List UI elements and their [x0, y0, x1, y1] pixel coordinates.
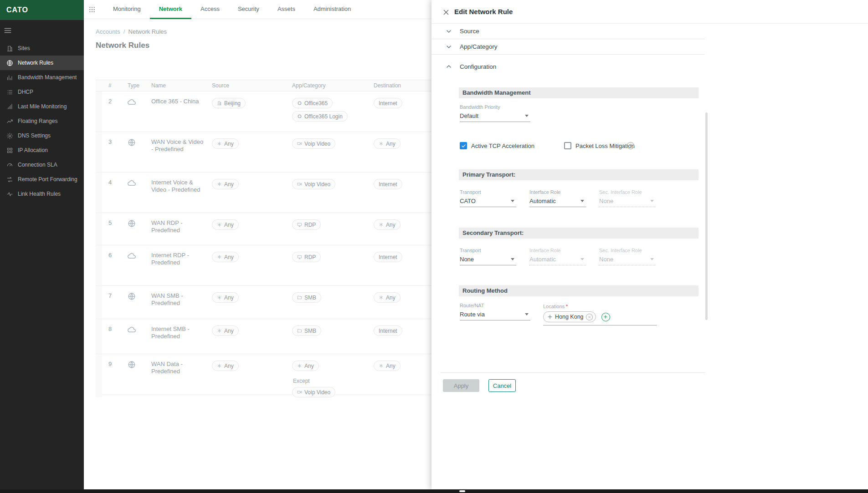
source-chip[interactable]: Any: [212, 179, 239, 189]
source-chip[interactable]: Beijing: [212, 98, 246, 108]
sidebar-item-last-mile-monitoring[interactable]: Last Mile Monitoring: [0, 99, 84, 114]
chip-label: Any: [386, 222, 395, 228]
table-row[interactable]: 3 WAN Voice & Video - Predefined Any Voi…: [96, 132, 435, 173]
cato-logo[interactable]: CATO: [0, 0, 84, 20]
source-chip[interactable]: Any: [212, 138, 239, 149]
primary-transport-header: Primary Transport:: [459, 169, 699, 180]
destination-chip[interactable]: Any: [374, 219, 401, 230]
sidebar-item-sites[interactable]: Sites: [0, 41, 84, 56]
app-chip[interactable]: Any: [292, 361, 319, 371]
location-chip-hong-kong[interactable]: Hong Kong: [543, 311, 596, 322]
help-icon[interactable]: ?: [627, 142, 634, 149]
tab-assets[interactable]: Assets: [268, 0, 304, 19]
app-chip[interactable]: Office365 Login: [292, 111, 348, 122]
table-row[interactable]: 7 WAN SMB - Predefined Any SMB Any: [96, 286, 435, 319]
primary-interface-role-select[interactable]: Interface Role Automatic: [529, 189, 586, 207]
app-chip[interactable]: SMB: [292, 292, 321, 303]
locations-field: Locations* Hong Kong: [543, 304, 657, 325]
row-drag-handle[interactable]: [96, 213, 102, 245]
tab-network[interactable]: Network: [150, 0, 191, 19]
row-drag-handle[interactable]: [96, 132, 102, 172]
row-drag-handle[interactable]: [96, 319, 102, 354]
tab-security[interactable]: Security: [229, 0, 268, 19]
chip-label: Any: [386, 363, 395, 369]
packet-loss-mitigation-checkbox[interactable]: Packet Loss Mitigation: [564, 142, 635, 149]
app-chip[interactable]: Office365: [292, 98, 333, 108]
route-nat-select[interactable]: Route/NAT Route via: [460, 303, 530, 320]
section-app-category[interactable]: App/Category: [431, 39, 705, 55]
sidebar-item-label: Sites: [18, 45, 30, 51]
table-row[interactable]: 5 WAN RDP - Predefined Any RDP Any: [96, 213, 435, 245]
destination-chip[interactable]: Any: [374, 361, 401, 371]
sidebar-item-bandwidth-management[interactable]: Bandwidth Management: [0, 70, 84, 85]
apps-grid-icon[interactable]: [84, 0, 100, 19]
tab-access[interactable]: Access: [191, 0, 229, 19]
source-chip[interactable]: Any: [212, 252, 239, 262]
chip-label: Office365: [304, 100, 328, 107]
destination-chip[interactable]: Internet: [374, 98, 402, 108]
col-header-name: Name: [148, 82, 207, 89]
voip-video-icon: [297, 141, 302, 146]
sidebar-item-remote-port-forwarding[interactable]: Remote Port Forwarding: [0, 172, 84, 187]
secondary-sec-interface-role-select: Sec. Interface Role None: [599, 248, 656, 265]
drawer-header: Edit Network Rule: [431, 0, 868, 24]
checkbox-label: Packet Loss Mitigation: [575, 142, 635, 149]
remove-location-icon[interactable]: [586, 314, 593, 320]
table-row[interactable]: 8 Internet SMB - Predefined Any SMB Inte…: [96, 319, 435, 354]
col-header-source: Source: [207, 82, 288, 89]
app-chip[interactable]: RDP: [292, 219, 321, 230]
sidebar-item-dns-settings[interactable]: DNS Settings: [0, 128, 84, 143]
sidebar-item-connection-sla[interactable]: Connection SLA: [0, 158, 84, 172]
sidebar-item-dhcp[interactable]: DHCP: [0, 85, 84, 99]
add-location-button[interactable]: [601, 313, 610, 321]
chip-label: Any: [224, 254, 234, 260]
section-source[interactable]: Source: [431, 24, 705, 39]
destination-chip[interactable]: Internet: [374, 325, 402, 336]
apply-button[interactable]: Apply: [443, 379, 479, 392]
app-chip[interactable]: SMB: [292, 325, 321, 336]
row-drag-handle[interactable]: [96, 286, 102, 319]
menu-icon[interactable]: [0, 20, 84, 41]
row-drag-handle[interactable]: [96, 354, 102, 397]
sidebar-item-link-health-rules[interactable]: Link Health Rules: [0, 187, 84, 201]
close-icon[interactable]: [442, 9, 450, 16]
rule-number: 8: [102, 319, 124, 354]
breadcrumb-accounts-link[interactable]: Accounts: [96, 28, 120, 35]
drawer-scrollbar[interactable]: [705, 112, 708, 320]
tab-administration[interactable]: Administration: [304, 0, 360, 19]
cancel-button[interactable]: Cancel: [488, 379, 516, 392]
table-row[interactable]: 9 WAN Data - Predefined Any Any Except V…: [96, 354, 435, 395]
destination-chip[interactable]: Any: [374, 292, 401, 303]
destination-chip[interactable]: Internet: [374, 252, 402, 262]
section-configuration[interactable]: Configuration: [431, 56, 705, 77]
table-row[interactable]: 4 Internet Voice & Video - Predefined An…: [96, 173, 435, 213]
source-chip[interactable]: Any: [212, 292, 239, 303]
row-drag-handle[interactable]: [96, 245, 102, 285]
bandwidth-priority-select[interactable]: Bandwidth Priority Default: [460, 104, 530, 122]
app-chip[interactable]: Voip Video: [292, 138, 335, 149]
table-row[interactable]: 6 Internet RDP - Predefined Any RDP Inte…: [96, 245, 435, 286]
destination-chip[interactable]: Any: [374, 138, 401, 149]
app-chip[interactable]: Voip Video: [292, 179, 335, 189]
row-drag-handle[interactable]: [96, 173, 102, 213]
building-icon: [6, 45, 13, 52]
tab-monitoring[interactable]: Monitoring: [104, 0, 150, 19]
col-header-app-category: App/Category: [288, 82, 369, 89]
secondary-transport-select[interactable]: Transport None: [460, 248, 516, 265]
primary-transport-select[interactable]: Transport CATO: [460, 189, 516, 207]
chip-label: RDP: [304, 222, 316, 228]
sidebar-item-network-rules[interactable]: Network Rules: [0, 56, 84, 70]
destination-chip[interactable]: Internet: [374, 179, 402, 189]
active-tcp-acceleration-checkbox[interactable]: Active TCP Acceleration: [460, 142, 534, 149]
row-drag-handle[interactable]: [96, 91, 102, 132]
app-except-chip[interactable]: Voip Video: [292, 387, 335, 397]
source-chip[interactable]: Any: [212, 219, 239, 230]
sidebar-item-ip-allocation[interactable]: IP Allocation: [0, 143, 84, 158]
table-row[interactable]: 2 Office 365 - China Beijing Office365 O…: [96, 91, 435, 132]
source-chip[interactable]: Any: [212, 361, 239, 371]
source-chip[interactable]: Any: [212, 325, 239, 336]
app-screen: Monitoring Network Access Security Asset…: [0, 0, 868, 493]
sidebar-item-floating-ranges[interactable]: Floating Ranges: [0, 114, 84, 128]
app-chip[interactable]: RDP: [292, 252, 321, 262]
col-header-type: Type: [124, 82, 148, 89]
